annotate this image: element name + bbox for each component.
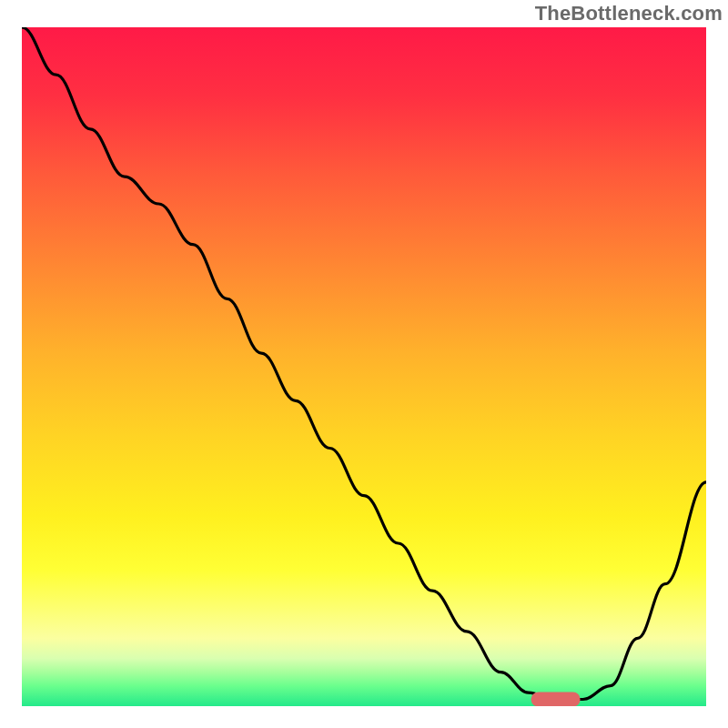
bottleneck-curve	[22, 27, 706, 700]
optimal-marker	[531, 693, 581, 707]
chart-svg	[22, 27, 706, 706]
plot-area	[22, 27, 706, 706]
chart-container: TheBottleneck.com	[0, 0, 728, 728]
watermark-text: TheBottleneck.com	[535, 2, 723, 25]
